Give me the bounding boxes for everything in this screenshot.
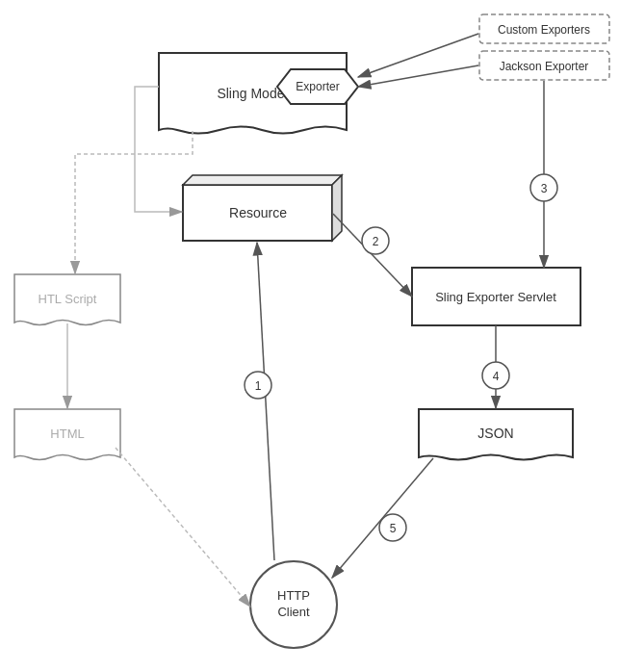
architecture-diagram: Custom Exporters Jackson Exporter Sling … xyxy=(0,0,619,672)
http-client-label: HTTP xyxy=(277,588,310,603)
svg-text:3: 3 xyxy=(541,182,548,195)
svg-text:2: 2 xyxy=(373,235,379,248)
custom-exporters-label: Custom Exporters xyxy=(498,23,590,37)
json-label: JSON xyxy=(477,426,513,441)
svg-text:1: 1 xyxy=(255,379,262,393)
resource-label: Resource xyxy=(229,205,287,220)
svg-text:5: 5 xyxy=(390,522,397,535)
sling-model-label: Sling Model xyxy=(217,86,287,101)
jackson-exporter-label: Jackson Exporter xyxy=(500,60,589,73)
svg-text:4: 4 xyxy=(493,370,500,383)
exporter-label: Exporter xyxy=(296,80,339,93)
http-client-label2: Client xyxy=(277,605,310,619)
html-label: HTML xyxy=(50,426,84,441)
sling-exporter-servlet-label: Sling Exporter Servlet xyxy=(435,290,556,304)
htl-script-label: HTL Script xyxy=(39,292,97,306)
